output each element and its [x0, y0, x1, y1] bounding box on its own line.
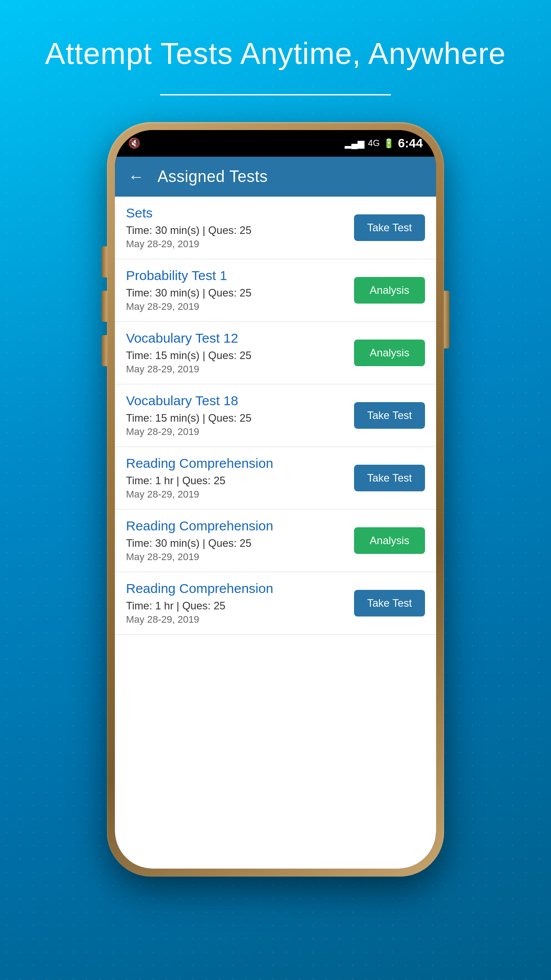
phone-container: 🔇 ▂▄▆ 4G 🔋 6:44 ← Assigned Tests Sets	[107, 122, 444, 877]
test-button-5[interactable]: Take Test	[354, 465, 425, 491]
test-title-7: Reading Comprehension	[126, 581, 347, 596]
test-title-1: Sets	[126, 205, 347, 221]
volume-up-button[interactable]	[102, 246, 107, 277]
page-title: Assigned Tests	[157, 167, 268, 186]
test-title-6: Reading Comprehension	[126, 518, 347, 533]
test-date-2: May 28-29, 2019	[126, 301, 347, 312]
battery-icon: 🔋	[383, 138, 394, 149]
test-info-7: Reading Comprehension Time: 1 hr | Ques:…	[126, 581, 354, 625]
test-info-2: Probability Test 1 Time: 30 min(s) | Que…	[126, 268, 354, 312]
test-item-6: Reading Comprehension Time: 30 min(s) | …	[115, 510, 436, 572]
test-meta-7: Time: 1 hr | Ques: 25	[126, 600, 347, 612]
test-button-3[interactable]: Analysis	[354, 340, 425, 366]
test-button-6[interactable]: Analysis	[354, 527, 425, 554]
test-date-7: May 28-29, 2019	[126, 614, 347, 625]
test-item-4: Vocabulary Test 18 Time: 15 min(s) | Que…	[115, 384, 436, 447]
test-meta-4: Time: 15 min(s) | Ques: 25	[126, 412, 347, 424]
notch	[231, 130, 320, 146]
volume-down-button[interactable]	[102, 291, 107, 322]
test-info-1: Sets Time: 30 min(s) | Ques: 25 May 28-2…	[126, 205, 354, 250]
test-meta-1: Time: 30 min(s) | Ques: 25	[126, 224, 347, 237]
test-meta-3: Time: 15 min(s) | Ques: 25	[126, 349, 347, 362]
back-button[interactable]: ←	[128, 167, 144, 186]
test-button-4[interactable]: Take Test	[354, 402, 425, 429]
test-meta-5: Time: 1 hr | Ques: 25	[126, 474, 347, 487]
test-date-3: May 28-29, 2019	[126, 364, 347, 375]
power-button[interactable]	[444, 291, 449, 348]
test-date-4: May 28-29, 2019	[126, 426, 347, 438]
test-meta-6: Time: 30 min(s) | Ques: 25	[126, 537, 347, 549]
test-item-5: Reading Comprehension Time: 1 hr | Ques:…	[115, 447, 436, 510]
content-area: Sets Time: 30 min(s) | Ques: 25 May 28-2…	[115, 197, 436, 869]
test-info-6: Reading Comprehension Time: 30 min(s) | …	[126, 518, 354, 563]
status-left: 🔇	[128, 138, 140, 149]
phone-inner: 🔇 ▂▄▆ 4G 🔋 6:44 ← Assigned Tests Sets	[115, 130, 436, 869]
test-info-3: Vocabulary Test 12 Time: 15 min(s) | Que…	[126, 331, 354, 375]
divider	[160, 94, 391, 95]
test-button-1[interactable]: Take Test	[354, 214, 425, 241]
test-item-2: Probability Test 1 Time: 30 min(s) | Que…	[115, 259, 436, 322]
test-date-5: May 28-29, 2019	[126, 489, 347, 500]
test-date-6: May 28-29, 2019	[126, 551, 347, 563]
status-bar: 🔇 ▂▄▆ 4G 🔋 6:44	[115, 130, 436, 157]
silent-button[interactable]	[102, 335, 107, 366]
test-date-1: May 28-29, 2019	[126, 238, 347, 250]
test-button-7[interactable]: Take Test	[354, 590, 425, 616]
test-item-7: Reading Comprehension Time: 1 hr | Ques:…	[115, 572, 436, 635]
test-item-1: Sets Time: 30 min(s) | Ques: 25 May 28-2…	[115, 197, 436, 259]
status-right: ▂▄▆ 4G 🔋 6:44	[345, 136, 423, 150]
test-meta-2: Time: 30 min(s) | Ques: 25	[126, 287, 347, 299]
phone-outer: 🔇 ▂▄▆ 4G 🔋 6:44 ← Assigned Tests Sets	[107, 122, 444, 877]
test-title-2: Probability Test 1	[126, 268, 347, 283]
test-info-4: Vocabulary Test 18 Time: 15 min(s) | Que…	[126, 393, 354, 438]
signal-icon: ▂▄▆	[345, 138, 364, 149]
speaker-icon: 🔇	[128, 138, 140, 149]
test-info-5: Reading Comprehension Time: 1 hr | Ques:…	[126, 456, 354, 500]
test-button-2[interactable]: Analysis	[354, 277, 425, 304]
app-header: ← Assigned Tests	[115, 157, 436, 197]
test-title-3: Vocabulary Test 12	[126, 331, 347, 346]
time-display: 6:44	[398, 136, 423, 150]
test-title-5: Reading Comprehension	[126, 456, 347, 471]
test-item-3: Vocabulary Test 12 Time: 15 min(s) | Que…	[115, 322, 436, 384]
network-label: 4G	[368, 138, 380, 148]
hero-title: Attempt Tests Anytime, Anywhere	[19, 36, 533, 72]
test-title-4: Vocabulary Test 18	[126, 393, 347, 408]
